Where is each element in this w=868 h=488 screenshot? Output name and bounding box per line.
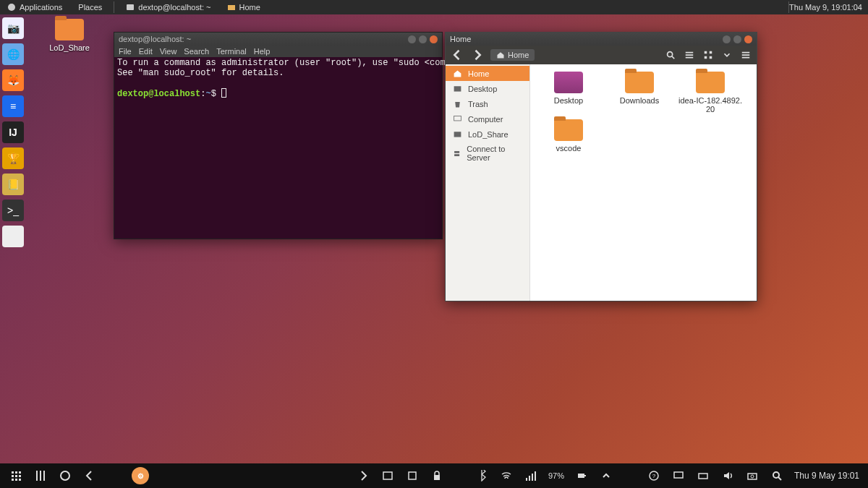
running-app-badge[interactable]: ⚙ [132, 467, 149, 484]
menu-file[interactable]: File [119, 47, 132, 56]
svg-rect-8 [454, 86, 461, 91]
image-icon [382, 470, 393, 481]
app-grid-button[interactable] [9, 468, 23, 483]
help-indicator[interactable]: ? [647, 468, 661, 483]
hamburger-icon [741, 50, 751, 60]
sidebar-item-home[interactable]: Home [446, 66, 529, 81]
launcher-chromium[interactable]: 🌐 [2, 43, 24, 65]
launcher-terminal[interactable]: >_ [2, 200, 24, 221]
tray-screenshot-icon[interactable] [405, 468, 420, 483]
desktop-icon-lodshare[interactable]: LoD_Share [43, 19, 95, 52]
sidebar-item-trash[interactable]: Trash [446, 96, 529, 111]
terminal-title: dextop@localhost: ~ [119, 35, 405, 43]
files-titlebar[interactable]: Home [446, 33, 757, 46]
view-grid-button[interactable] [702, 48, 715, 61]
close-button[interactable] [744, 35, 752, 43]
svg-rect-9 [454, 116, 461, 121]
svg-rect-11 [454, 150, 459, 153]
view-list-button[interactable] [683, 48, 696, 61]
close-button[interactable] [430, 35, 438, 43]
terminal-menubar: File Edit View Search Terminal Help [114, 46, 442, 57]
battery-indicator[interactable] [574, 468, 589, 483]
sidebar-item-computer[interactable]: Computer [446, 111, 529, 127]
sidebar-item-label: Desktop [468, 85, 497, 93]
svg-rect-6 [705, 56, 707, 59]
top-clock[interactable]: Thu May 9, 19:01:04 [789, 3, 868, 12]
launcher-screenshot[interactable]: 📷 [2, 17, 24, 39]
desktop-icon-label: LoD_Share [49, 43, 90, 52]
battery-icon [576, 470, 587, 481]
bluetooth-icon [476, 470, 488, 481]
hamburger-menu-button[interactable] [739, 48, 752, 61]
home-icon [496, 51, 505, 59]
folder-icon [227, 3, 236, 12]
left-launcher: 📷 🌐 🦊 ≡ IJ 🏆 📒 >_ ✎ [0, 14, 26, 463]
volume-indicator[interactable] [720, 468, 735, 483]
keyboard-indicator[interactable] [696, 468, 710, 483]
launcher-firefox[interactable]: 🦊 [2, 69, 24, 91]
menu-edit[interactable]: Edit [139, 47, 153, 56]
display-indicator[interactable] [671, 468, 686, 483]
launcher-text-editor[interactable]: ✎ [2, 226, 24, 247]
svg-rect-20 [674, 472, 683, 478]
places-menu[interactable]: Places [74, 3, 106, 12]
svg-point-23 [751, 475, 754, 478]
dropdown-button[interactable] [720, 48, 733, 61]
file-item[interactable]: Desktop [536, 72, 601, 114]
svg-rect-1 [127, 4, 134, 10]
menu-view[interactable]: View [160, 47, 177, 56]
maximize-button[interactable] [733, 35, 741, 43]
nav-back-button[interactable] [450, 48, 464, 62]
tray-lock-icon[interactable] [430, 468, 444, 483]
terminal-body[interactable]: To run a command as administrator (user … [114, 57, 442, 239]
menu-help[interactable]: Help [254, 47, 271, 56]
chevron-right-icon [357, 470, 369, 481]
file-item[interactable]: vscode [536, 119, 601, 153]
chevron-left-icon [450, 48, 464, 62]
minimize-button[interactable] [408, 35, 416, 43]
speaker-icon [722, 470, 733, 481]
menu-search[interactable]: Search [184, 47, 209, 56]
terminal-line: See "man sudo_root" for details. [117, 68, 284, 78]
launcher-dictionary[interactable]: 📒 [2, 174, 24, 195]
file-item[interactable]: Downloads [607, 72, 672, 114]
computer-icon [453, 114, 462, 124]
nav-forward-button[interactable] [470, 48, 485, 62]
maximize-button[interactable] [419, 35, 427, 43]
minimize-button[interactable] [723, 35, 731, 43]
tray-gallery-icon[interactable] [380, 468, 395, 483]
search-indicator[interactable] [770, 468, 784, 483]
launcher-intellij[interactable]: IJ [2, 121, 24, 143]
launcher-libreoffice[interactable]: ≡ [2, 95, 24, 117]
back-button[interactable] [82, 468, 97, 483]
cellular-indicator[interactable] [524, 468, 538, 483]
search-icon [771, 470, 783, 481]
menu-terminal[interactable]: Terminal [216, 47, 247, 56]
display-icon [673, 470, 684, 481]
chevron-left-icon [84, 470, 95, 481]
folder-icon [55, 19, 84, 40]
terminal-line: To run a command as administrator (user … [117, 58, 482, 68]
system-menu[interactable]: Applications [3, 3, 67, 12]
bluetooth-indicator[interactable] [475, 468, 489, 483]
recents-button[interactable] [33, 468, 48, 483]
sidebar-item-lodshare[interactable]: LoD_Share [446, 127, 529, 142]
expand-tray-button[interactable] [356, 468, 370, 483]
file-label: Downloads [620, 96, 659, 105]
files-content[interactable]: DesktopDownloadsidea-IC-182.4892.20vscod… [530, 64, 757, 301]
bottom-clock[interactable]: Thu 9 May 19:01 [794, 471, 859, 481]
sidebar-item-connect[interactable]: Connect to Server [446, 142, 529, 165]
search-button[interactable] [664, 48, 677, 61]
screenshot-indicator[interactable] [745, 468, 760, 483]
wifi-indicator[interactable] [499, 468, 514, 483]
home-button[interactable] [58, 468, 72, 483]
pathbar[interactable]: Home [490, 49, 535, 61]
sidebar-item-desktop[interactable]: Desktop [446, 81, 529, 96]
launcher-trophy[interactable]: 🏆 [2, 147, 24, 169]
terminal-titlebar[interactable]: dextop@localhost: ~ [114, 33, 442, 46]
tray-expand-button[interactable] [599, 468, 613, 483]
pathbar-label: Home [508, 51, 529, 59]
taskbar-item-files[interactable]: Home [223, 3, 265, 12]
taskbar-item-terminal[interactable]: dextop@localhost: ~ [122, 3, 215, 12]
file-item[interactable]: idea-IC-182.4892.20 [678, 72, 743, 114]
